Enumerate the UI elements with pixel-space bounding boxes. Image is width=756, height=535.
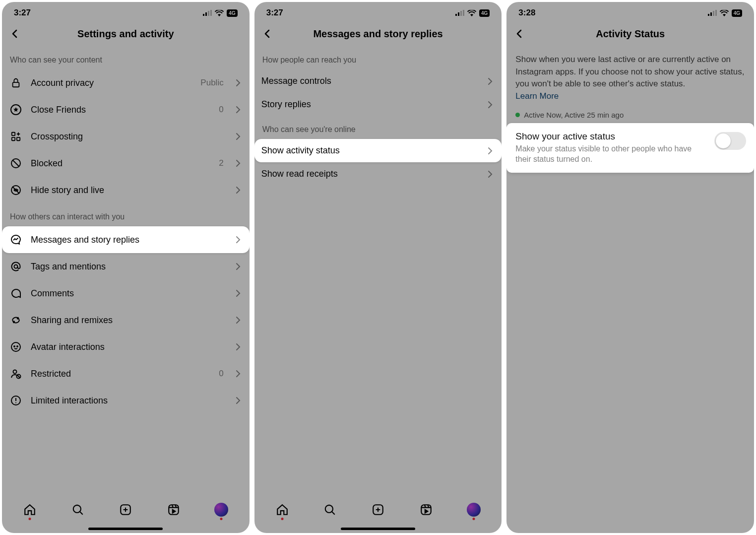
toggle-subtitle: Make your status visible to other people…	[515, 143, 707, 165]
svg-rect-21	[169, 505, 179, 515]
tab-search[interactable]	[70, 502, 85, 517]
at-icon	[9, 260, 23, 273]
chevron-right-icon	[486, 77, 495, 86]
chevron-right-icon	[234, 262, 243, 271]
chevron-right-icon	[486, 170, 495, 179]
row-trailing: 2	[219, 158, 223, 168]
svg-rect-4	[13, 82, 19, 87]
home-indicator[interactable]	[254, 524, 502, 533]
row-hide-story[interactable]: Hide story and live	[2, 177, 250, 203]
row-sharing-remixes[interactable]: Sharing and remixes	[2, 307, 250, 334]
row-label: Messages and story replies	[31, 235, 226, 245]
tab-reels[interactable]	[166, 502, 181, 517]
back-button[interactable]	[511, 26, 527, 42]
svg-rect-25	[463, 10, 464, 16]
wifi-icon	[467, 10, 476, 16]
svg-point-12	[11, 342, 20, 351]
back-button[interactable]	[7, 26, 23, 42]
tab-profile[interactable]	[214, 502, 229, 517]
home-indicator[interactable]	[2, 524, 250, 533]
status-time: 3:27	[266, 8, 283, 18]
svg-rect-8	[17, 137, 20, 140]
notification-dot-icon	[281, 518, 283, 520]
tab-search[interactable]	[322, 502, 337, 517]
active-dot-icon	[515, 113, 520, 117]
row-tags-mentions[interactable]: Tags and mentions	[2, 253, 250, 280]
wifi-icon	[720, 10, 729, 16]
row-show-active-status[interactable]: Show your active status Make your status…	[506, 123, 754, 173]
row-limited-interactions[interactable]: Limited interactions	[2, 387, 250, 414]
grid-plus-icon	[9, 130, 23, 143]
cell-signal-icon	[455, 10, 464, 16]
row-label: Show read receipts	[261, 169, 478, 179]
row-trailing: 0	[219, 105, 223, 115]
svg-rect-6	[12, 133, 15, 135]
toggle-knob-icon	[716, 134, 731, 148]
section-reach: How people can reach you	[254, 47, 502, 69]
svg-rect-28	[421, 505, 431, 515]
chevron-right-icon	[234, 369, 243, 378]
row-restricted[interactable]: Restricted 0	[2, 360, 250, 387]
svg-point-11	[14, 265, 18, 268]
learn-more-link[interactable]: Learn More	[515, 91, 559, 101]
tab-bar	[254, 495, 502, 524]
row-close-friends[interactable]: Close Friends 0	[2, 96, 250, 123]
activity-content: Show when you were last active or are cu…	[506, 47, 754, 290]
active-status-line: Active Now, Active 25 min ago	[506, 106, 754, 123]
tab-home[interactable]	[275, 502, 290, 517]
svg-point-18	[15, 402, 16, 403]
chevron-right-icon	[486, 146, 495, 155]
profile-avatar-icon	[214, 503, 228, 517]
tab-home[interactable]	[22, 502, 37, 517]
description-text: Show when you were last active or are cu…	[515, 55, 744, 88]
screen-settings-activity: 3:27 4G Settings and activity Who can se…	[2, 2, 250, 533]
row-trailing: Public	[200, 78, 223, 88]
chevron-right-icon	[486, 100, 495, 109]
row-crossposting[interactable]: Crossposting	[2, 123, 250, 150]
row-account-privacy[interactable]: Account privacy Public	[2, 69, 250, 96]
row-comments[interactable]: Comments	[2, 280, 250, 307]
chevron-right-icon	[234, 105, 243, 114]
section-interact: How others can interact with you	[2, 203, 250, 226]
svg-rect-0	[203, 14, 204, 16]
svg-rect-24	[460, 11, 462, 16]
status-bar: 3:28 4G	[506, 2, 754, 21]
row-show-activity-status[interactable]: Show activity status	[254, 139, 502, 162]
status-time: 3:27	[14, 8, 31, 18]
screen-activity-status: 3:28 4G Activity Status Show when you we…	[506, 2, 754, 533]
tab-create[interactable]	[371, 502, 385, 517]
row-label: Sharing and remixes	[31, 315, 226, 326]
row-label: Limited interactions	[31, 396, 226, 406]
row-story-replies[interactable]: Story replies	[254, 93, 502, 116]
row-blocked[interactable]: Blocked 2	[2, 150, 250, 177]
row-message-controls[interactable]: Message controls	[254, 69, 502, 93]
back-button[interactable]	[259, 26, 275, 42]
messenger-icon	[9, 233, 23, 247]
row-label: Comments	[31, 288, 226, 299]
chevron-right-icon	[234, 289, 243, 298]
tab-bar	[2, 495, 250, 524]
row-avatar-interactions[interactable]: Avatar interactions	[2, 334, 250, 360]
svg-rect-22	[455, 14, 457, 16]
row-messages-story-replies[interactable]: Messages and story replies	[2, 226, 250, 253]
row-label: Story replies	[261, 99, 478, 110]
tab-reels[interactable]	[419, 502, 434, 517]
row-label: Restricted	[31, 369, 211, 379]
chevron-right-icon	[234, 316, 243, 325]
svg-rect-7	[12, 137, 15, 140]
description-block: Show when you were last active or are cu…	[506, 47, 754, 106]
chevron-right-icon	[234, 132, 243, 141]
tab-create[interactable]	[118, 502, 133, 517]
svg-rect-3	[210, 10, 212, 16]
toggle-switch[interactable]	[714, 132, 746, 150]
tab-profile[interactable]	[466, 502, 481, 517]
row-show-read-receipts[interactable]: Show read receipts	[254, 162, 502, 186]
svg-rect-29	[708, 14, 709, 16]
star-circle-icon	[9, 103, 23, 117]
row-label: Crossposting	[31, 132, 226, 142]
screen-messages-story-replies: 3:27 4G Messages and story replies How p…	[254, 2, 502, 533]
notification-dot-icon	[29, 518, 31, 520]
status-icons: 4G	[203, 9, 237, 17]
row-label: Show activity status	[261, 145, 478, 156]
network-badge: 4G	[732, 9, 742, 17]
